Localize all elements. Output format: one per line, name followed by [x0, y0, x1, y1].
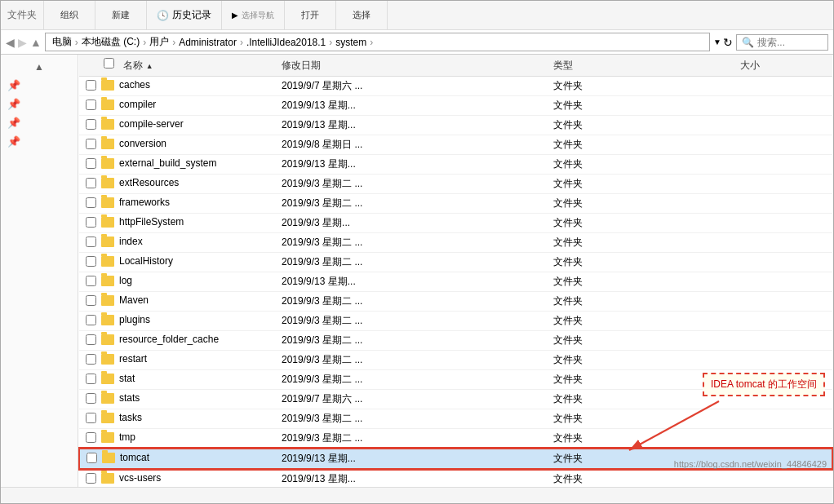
- row-checkbox[interactable]: [86, 139, 96, 149]
- row-checkbox[interactable]: [86, 374, 96, 384]
- file-name: plugins: [119, 314, 150, 325]
- col-header-size[interactable]: 大小: [734, 55, 832, 77]
- file-size: [734, 96, 832, 116]
- file-name-cell[interactable]: index: [79, 233, 275, 250]
- table-row[interactable]: extResources2019/9/3 星期二 ...文件夹: [79, 175, 832, 194]
- file-name-cell[interactable]: resource_folder_cache: [79, 331, 275, 347]
- table-row[interactable]: frameworks2019/9/3 星期二 ...文件夹: [79, 194, 832, 214]
- file-name-cell[interactable]: conversion: [79, 135, 275, 152]
- row-checkbox[interactable]: [86, 276, 96, 286]
- col-header-name[interactable]: 名称 ▲: [79, 55, 275, 77]
- table-row[interactable]: restart2019/9/3 星期二 ...文件夹: [79, 351, 832, 370]
- crumb-pc[interactable]: 电脑: [52, 35, 72, 49]
- row-checkbox[interactable]: [86, 80, 96, 91]
- table-row[interactable]: Maven2019/9/3 星期二 ...文件夹: [79, 292, 832, 312]
- table-row[interactable]: httpFileSystem2019/9/3 星期...文件夹: [79, 214, 832, 233]
- row-checkbox[interactable]: [86, 354, 96, 365]
- sidebar-pin-2[interactable]: 📌: [7, 98, 20, 110]
- crumb-idea[interactable]: .IntelliJIdea2018.1: [246, 37, 326, 48]
- search-box-container[interactable]: 🔍: [736, 34, 828, 51]
- file-name-cell[interactable]: tmp: [79, 429, 275, 445]
- select-all-checkbox[interactable]: [104, 58, 114, 69]
- row-checkbox[interactable]: [86, 315, 96, 325]
- row-checkbox[interactable]: [86, 119, 96, 130]
- file-name-cell[interactable]: tasks: [79, 409, 275, 426]
- file-name-cell[interactable]: plugins: [79, 312, 275, 328]
- toolbar-navigate[interactable]: ▶ 选择导航: [222, 1, 285, 29]
- sidebar-pin-3[interactable]: 📌: [7, 117, 20, 129]
- row-checkbox[interactable]: [86, 99, 96, 110]
- table-row[interactable]: caches2019/9/7 星期六 ...文件夹: [79, 77, 832, 96]
- nav-up[interactable]: ▲: [30, 36, 42, 49]
- table-row[interactable]: LocalHistory2019/9/3 星期二 ...文件夹: [79, 253, 832, 272]
- row-checkbox[interactable]: [86, 217, 96, 228]
- file-name: frameworks: [119, 197, 170, 208]
- file-name-cell[interactable]: caches: [79, 77, 275, 93]
- toolbar-open[interactable]: 打开: [285, 1, 336, 29]
- file-name-cell[interactable]: frameworks: [79, 194, 275, 210]
- table-row[interactable]: resource_folder_cache2019/9/3 星期二 ...文件夹: [79, 331, 832, 351]
- sidebar-pin-1[interactable]: 📌: [7, 79, 20, 91]
- dropdown-icon[interactable]: ▼: [713, 38, 721, 46]
- folder-icon: [101, 354, 114, 365]
- file-name-cell[interactable]: Maven: [79, 292, 275, 308]
- crumb-c[interactable]: 本地磁盘 (C:): [82, 35, 140, 49]
- nav-forward[interactable]: ▶: [18, 36, 27, 49]
- col-header-modified[interactable]: 修改日期: [275, 55, 547, 77]
- search-input[interactable]: [757, 37, 823, 48]
- file-name-cell[interactable]: LocalHistory: [79, 253, 275, 269]
- file-size: [734, 272, 832, 292]
- table-row[interactable]: compiler2019/9/13 星期...文件夹: [79, 96, 832, 116]
- folder-icon: [101, 158, 114, 169]
- table-row[interactable]: plugins2019/9/3 星期二 ...文件夹: [79, 312, 832, 331]
- row-checkbox[interactable]: [86, 158, 96, 169]
- row-checkbox[interactable]: [86, 473, 96, 484]
- table-row[interactable]: log2019/9/13 星期...文件夹: [79, 272, 832, 292]
- sidebar-pin-4[interactable]: 📌: [7, 135, 20, 148]
- toolbar-new[interactable]: 新建: [95, 1, 147, 29]
- table-row[interactable]: conversion2019/9/8 星期日 ...文件夹: [79, 135, 832, 155]
- row-checkbox[interactable]: [86, 334, 96, 345]
- row-checkbox[interactable]: [86, 237, 96, 247]
- row-checkbox[interactable]: [86, 256, 96, 267]
- file-name-cell[interactable]: compile-server: [79, 116, 275, 132]
- row-checkbox[interactable]: [86, 178, 96, 188]
- toolbar-select[interactable]: 选择: [336, 1, 388, 29]
- file-name-cell[interactable]: restart: [79, 351, 275, 367]
- crumb-users[interactable]: 用户: [149, 35, 169, 49]
- file-type: 文件夹: [547, 77, 734, 96]
- row-checkbox[interactable]: [86, 393, 96, 404]
- file-name-cell[interactable]: compiler: [79, 96, 275, 113]
- file-name-cell[interactable]: stat: [79, 370, 275, 387]
- row-checkbox[interactable]: [86, 413, 96, 423]
- table-row[interactable]: index2019/9/3 星期二 ...文件夹: [79, 233, 832, 253]
- file-name-cell[interactable]: vcs-users: [79, 470, 275, 486]
- file-name: httpFileSystem: [119, 216, 184, 228]
- sidebar-up-arrow[interactable]: ▲: [34, 61, 44, 73]
- row-checkbox[interactable]: [86, 197, 96, 208]
- row-checkbox[interactable]: [86, 432, 96, 443]
- refresh-icon[interactable]: ↻: [723, 36, 733, 49]
- table-row[interactable]: external_build_system2019/9/13 星期...文件夹: [79, 155, 832, 175]
- table-row[interactable]: vcs-users2019/9/13 星期...文件夹: [79, 469, 832, 487]
- crumb-system[interactable]: system: [335, 37, 366, 48]
- table-row[interactable]: compile-server2019/9/13 星期...文件夹: [79, 116, 832, 135]
- row-checkbox[interactable]: [86, 295, 96, 306]
- col-header-type[interactable]: 类型: [547, 55, 734, 77]
- toolbar-organize[interactable]: 组织: [44, 1, 95, 29]
- nav-back[interactable]: ◀: [6, 36, 15, 49]
- crumb-admin[interactable]: Administrator: [179, 37, 237, 48]
- table-row[interactable]: tasks2019/9/3 星期二 ...文件夹: [79, 409, 832, 429]
- table-row[interactable]: tmp2019/9/3 星期二 ...文件夹: [79, 429, 832, 449]
- file-name-cell[interactable]: extResources: [79, 175, 275, 191]
- file-type: 文件夹: [547, 312, 734, 331]
- file-name-cell[interactable]: log: [79, 272, 275, 289]
- file-name-cell[interactable]: tomcat: [80, 449, 275, 466]
- file-name-cell[interactable]: httpFileSystem: [79, 214, 275, 230]
- file-name-cell[interactable]: external_build_system: [79, 155, 275, 171]
- toolbar-history[interactable]: 🕓 历史记录: [147, 1, 222, 29]
- folder-icon: [101, 99, 114, 110]
- row-checkbox[interactable]: [87, 453, 97, 463]
- breadcrumb[interactable]: 电脑 › 本地磁盘 (C:) › 用户 › Administrator › .I…: [45, 33, 710, 51]
- file-name-cell[interactable]: stats: [79, 390, 275, 406]
